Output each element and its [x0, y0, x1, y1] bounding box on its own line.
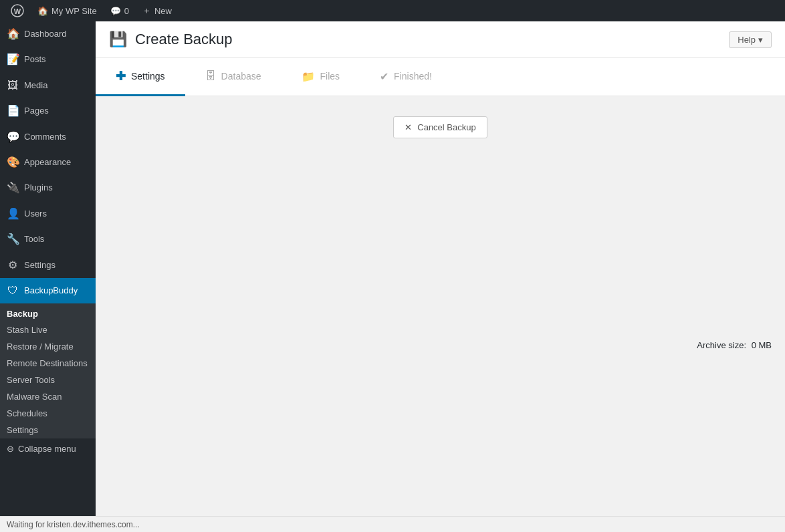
- wp-logo-item[interactable]: W: [5, 0, 29, 21]
- sidebar-item-backupbuddy[interactable]: 🛡 BackupBuddy: [0, 278, 96, 303]
- submenu-item-server-tools[interactable]: Server Tools: [0, 372, 96, 388]
- tab-files[interactable]: 📁 Files: [282, 58, 360, 96]
- users-icon: 👤: [7, 207, 19, 221]
- files-tab-icon: 📁: [302, 70, 315, 83]
- tab-settings-label: Settings: [131, 71, 165, 82]
- tab-database[interactable]: 🗄 Database: [185, 58, 282, 96]
- tab-finished-label: Finished!: [394, 71, 432, 82]
- finished-tab-icon: ✔: [380, 70, 388, 83]
- sidebar-item-media[interactable]: 🖼 Media: [0, 73, 96, 98]
- sidebar-label-backupbuddy: BackupBuddy: [24, 285, 78, 297]
- tab-database-label: Database: [221, 71, 261, 82]
- sidebar-label-plugins: Plugins: [24, 182, 53, 194]
- submenu-item-malware-scan[interactable]: Malware Scan: [0, 388, 96, 405]
- help-button[interactable]: Help ▾: [729, 31, 772, 48]
- cancel-backup-label: Cancel Backup: [417, 122, 475, 132]
- sidebar-label-users: Users: [24, 208, 47, 220]
- sidebar-item-appearance[interactable]: 🎨 Appearance: [0, 150, 96, 175]
- cancel-x-icon: ✕: [405, 122, 412, 132]
- comment-icon: 💬: [110, 6, 121, 16]
- chevron-down-icon: ▾: [758, 35, 763, 45]
- posts-icon: 📝: [7, 52, 19, 67]
- new-label: New: [154, 6, 172, 16]
- comments-item[interactable]: 💬 0: [105, 0, 134, 21]
- submenu-item-settings[interactable]: Settings: [0, 422, 96, 438]
- comments-count: 0: [124, 6, 129, 16]
- status-text: Waiting for kristen.dev.ithemes.com...: [7, 520, 140, 529]
- sidebar-item-settings[interactable]: ⚙ Settings: [0, 253, 96, 278]
- tab-finished[interactable]: ✔ Finished!: [360, 58, 452, 96]
- submenu-item-stash-live[interactable]: Stash Live: [0, 321, 96, 338]
- sidebar-label-comments: Comments: [24, 131, 66, 143]
- site-name-item[interactable]: 🏠 My WP Site: [32, 0, 102, 21]
- main-layout: 🏠 Dashboard 📝 Posts 🖼 Media 📄 Pages 💬 Co…: [0, 21, 785, 516]
- settings-tab-icon: ✚: [116, 69, 126, 84]
- sidebar-label-tools: Tools: [24, 233, 44, 245]
- page-title-wrap: 💾 Create Backup: [109, 31, 233, 48]
- submenu-section-backup: Backup: [0, 303, 96, 321]
- tab-files-label: Files: [320, 71, 340, 82]
- media-icon: 🖼: [7, 78, 19, 93]
- archive-size-label: Archive size:: [697, 340, 746, 350]
- admin-bar: W 🏠 My WP Site 💬 0 ＋ New: [0, 0, 785, 21]
- sidebar-item-plugins[interactable]: 🔌 Plugins: [0, 175, 96, 201]
- page-header: 💾 Create Backup Help ▾: [96, 21, 785, 58]
- tab-settings[interactable]: ✚ Settings: [96, 58, 185, 96]
- tools-icon: 🔧: [7, 232, 19, 247]
- backupbuddy-submenu: Backup Stash Live Restore / Migrate Remo…: [0, 303, 96, 438]
- sidebar-item-dashboard[interactable]: 🏠 Dashboard: [0, 21, 96, 47]
- sidebar-item-comments[interactable]: 💬 Comments: [0, 124, 96, 150]
- sidebar: 🏠 Dashboard 📝 Posts 🖼 Media 📄 Pages 💬 Co…: [0, 21, 96, 516]
- appearance-icon: 🎨: [7, 155, 19, 170]
- submenu-item-remote-destinations[interactable]: Remote Destinations: [0, 355, 96, 372]
- comments-icon: 💬: [7, 130, 19, 144]
- dashboard-icon: 🏠: [7, 27, 19, 41]
- status-bar: Waiting for kristen.dev.ithemes.com...: [0, 516, 785, 532]
- page-title: Create Backup: [135, 31, 233, 48]
- sidebar-label-settings: Settings: [24, 259, 55, 271]
- site-icon: 🏠: [37, 6, 48, 16]
- content-body: ✕ Cancel Backup Archive size: 0 MB: [96, 96, 785, 364]
- database-tab-icon: 🗄: [205, 70, 216, 82]
- sidebar-item-users[interactable]: 👤 Users: [0, 201, 96, 227]
- help-label: Help: [738, 35, 756, 45]
- pages-icon: 📄: [7, 104, 19, 118]
- site-name-label: My WP Site: [51, 6, 97, 16]
- content-area: 💾 Create Backup Help ▾ ✚ Settings 🗄 Data…: [96, 21, 785, 516]
- sidebar-label-pages: Pages: [24, 105, 49, 117]
- archive-size-value: 0 MB: [752, 340, 772, 350]
- sidebar-label-posts: Posts: [24, 53, 46, 65]
- plus-icon: ＋: [142, 5, 151, 17]
- page-title-icon: 💾: [109, 31, 127, 48]
- submenu-item-schedules[interactable]: Schedules: [0, 405, 96, 422]
- collapse-icon: ⊖: [7, 444, 14, 454]
- settings-icon: ⚙: [7, 258, 19, 273]
- archive-size: Archive size: 0 MB: [697, 340, 772, 350]
- sidebar-label-dashboard: Dashboard: [24, 28, 67, 40]
- new-item[interactable]: ＋ New: [137, 0, 177, 21]
- sidebar-item-posts[interactable]: 📝 Posts: [0, 47, 96, 72]
- collapse-menu-item[interactable]: ⊖ Collapse menu: [0, 438, 96, 459]
- plugins-icon: 🔌: [7, 180, 19, 195]
- submenu-item-restore-migrate[interactable]: Restore / Migrate: [0, 338, 96, 355]
- collapse-label: Collapse menu: [18, 444, 76, 454]
- tabs-bar: ✚ Settings 🗄 Database 📁 Files ✔ Finished…: [96, 58, 785, 96]
- sidebar-label-media: Media: [24, 80, 47, 92]
- sidebar-item-tools[interactable]: 🔧 Tools: [0, 227, 96, 252]
- sidebar-label-appearance: Appearance: [24, 156, 71, 168]
- sidebar-item-pages[interactable]: 📄 Pages: [0, 98, 96, 124]
- cancel-backup-button[interactable]: ✕ Cancel Backup: [393, 116, 487, 138]
- backupbuddy-icon: 🛡: [7, 283, 19, 298]
- svg-text:W: W: [14, 7, 21, 15]
